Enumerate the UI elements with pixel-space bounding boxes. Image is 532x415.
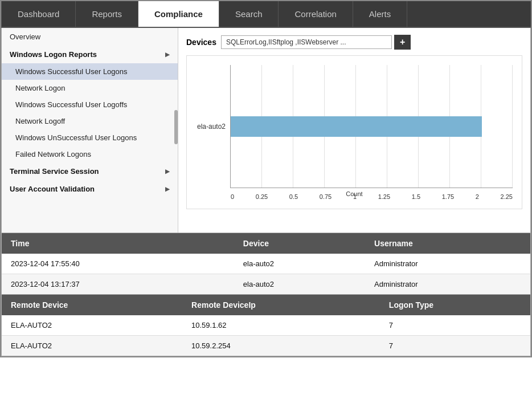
data-table: Time Device Username 2023-12-04 17:55:40…: [2, 233, 530, 294]
table2-row2-remote-ip: 10.59.2.254: [182, 336, 380, 356]
table2-row1-logon-type: 7: [380, 315, 530, 336]
sidebar-windows-logon[interactable]: Windows Logon Reports ▶: [2, 46, 178, 63]
chart-y-label: ela-auto2: [196, 65, 230, 188]
table1-header-row: Time Device Username: [2, 233, 530, 254]
table1-row1-device: ela-auto2: [234, 254, 365, 274]
data-table-section: Time Device Username 2023-12-04 17:55:40…: [1, 233, 531, 295]
sidebar-user-account-arrow: ▶: [165, 186, 170, 192]
table2-row-1: ELA-AUTO2 10.59.1.62 7: [2, 315, 530, 336]
devices-label: Devices: [186, 38, 216, 47]
nav-correlation[interactable]: Correlation: [279, 1, 353, 27]
sidebar-sub-network-logoff[interactable]: Network Logoff: [2, 113, 178, 129]
devices-row: Devices +: [186, 35, 522, 50]
table2-col-logon-type: Logon Type: [380, 295, 530, 315]
sidebar-sub-unsuccessful-logons[interactable]: Windows UnSuccessful User Logons: [2, 129, 178, 146]
table1-col-username: Username: [365, 233, 530, 254]
x-label-1: 1: [353, 193, 357, 200]
x-label-15: 1.5: [412, 193, 420, 200]
table2-row-2: ELA-AUTO2 10.59.2.254 7: [2, 336, 530, 356]
chart-container: ela-auto2: [186, 55, 522, 209]
x-label-2: 2: [476, 193, 479, 200]
nav-compliance[interactable]: Compliance: [138, 1, 219, 27]
table1-row2-device: ela-auto2: [234, 274, 365, 295]
table2-header-row: Remote Device Remote DeviceIp Logon Type: [2, 295, 530, 315]
sidebar-sub-successful-logons[interactable]: Windows Successful User Logons: [2, 63, 178, 80]
table2-col-remote-device: Remote Device: [2, 295, 182, 315]
sidebar-sub-successful-logoffs[interactable]: Windows Successful User Logoffs: [2, 96, 178, 113]
sidebar-overview[interactable]: Overview: [2, 28, 178, 46]
sidebar-terminal-arrow: ▶: [165, 168, 170, 174]
x-label-05: 0.5: [289, 193, 298, 200]
sub-table-section: Remote Device Remote DeviceIp Logon Type…: [1, 295, 531, 356]
nav-reports[interactable]: Reports: [76, 1, 138, 27]
table2-row2-logon-type: 7: [380, 336, 530, 356]
table1-row-1: 2023-12-04 17:55:40 ela-auto2 Administra…: [2, 254, 530, 274]
sidebar-user-account-label: User Account Validation: [10, 185, 95, 193]
table1-col-device: Device: [234, 233, 365, 254]
x-label-025: 0.25: [256, 193, 268, 200]
sub-table: Remote Device Remote DeviceIp Logon Type…: [2, 295, 530, 356]
sidebar-windows-logon-arrow: ▶: [165, 51, 170, 58]
nav-dashboard[interactable]: Dashboard: [1, 1, 76, 27]
table2-row2-remote-device: ELA-AUTO2: [2, 336, 182, 356]
sidebar-sub-network-logon[interactable]: Network Logon: [2, 80, 178, 96]
sidebar-user-account[interactable]: User Account Validation ▶: [2, 180, 178, 198]
table1-col-time: Time: [2, 233, 234, 254]
table1-row1-time: 2023-12-04 17:55:40: [2, 254, 234, 274]
chart-inner: ela-auto2: [196, 65, 513, 188]
x-label-175: 1.75: [442, 193, 454, 200]
table2-row1-remote-device: ELA-AUTO2: [2, 315, 182, 336]
sidebar-terminal-service[interactable]: Terminal Service Session ▶: [2, 162, 178, 180]
table1-row2-time: 2023-12-04 13:17:37: [2, 274, 234, 295]
x-label-075: 0.75: [320, 193, 332, 200]
devices-add-button[interactable]: +: [394, 35, 411, 50]
table2-col-remote-ip: Remote DeviceIp: [182, 295, 380, 315]
x-label-125: 1.25: [378, 193, 390, 200]
nav-search[interactable]: Search: [219, 1, 279, 27]
x-label-225: 2.25: [501, 193, 513, 200]
table1-row2-username: Administrator: [365, 274, 530, 295]
sidebar-scrollbar[interactable]: [174, 110, 178, 144]
table2-row1-remote-ip: 10.59.1.62: [182, 315, 380, 336]
sidebar: Overview Windows Logon Reports ▶ Windows…: [2, 28, 178, 233]
sidebar-sub-failed-network-logons[interactable]: Failed Network Logons: [2, 146, 178, 162]
chart-bar: [231, 116, 482, 137]
devices-input[interactable]: [221, 35, 392, 49]
main-layout: Overview Windows Logon Reports ▶ Windows…: [1, 28, 531, 233]
sidebar-terminal-service-label: Terminal Service Session: [10, 167, 99, 176]
chart-plot: 0 0.25 0.5 0.75 1 1.25 1.5 1.75 2 2.25: [230, 65, 513, 188]
nav-alerts[interactable]: Alerts: [353, 1, 407, 27]
content-area: Devices + ela-auto2: [178, 28, 530, 233]
x-label-0: 0: [231, 193, 234, 200]
table1-row1-username: Administrator: [365, 254, 530, 274]
chart-bar-row: [231, 116, 513, 137]
chart-x-labels: 0 0.25 0.5 0.75 1 1.25 1.5 1.75 2 2.25: [231, 193, 513, 200]
top-nav: Dashboard Reports Compliance Search Corr…: [1, 1, 531, 28]
sidebar-windows-logon-label: Windows Logon Reports: [10, 50, 97, 59]
table1-row-2: 2023-12-04 13:17:37 ela-auto2 Administra…: [2, 274, 530, 295]
